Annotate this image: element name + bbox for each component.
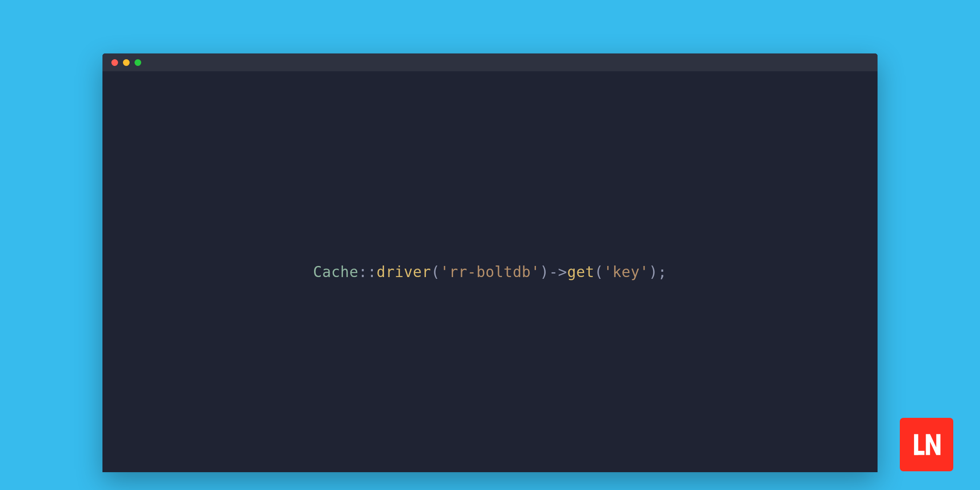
- code-token-quote: ': [440, 263, 449, 281]
- ln-logo-icon: [909, 427, 944, 462]
- minimize-icon[interactable]: [123, 59, 130, 66]
- code-token-paren: (: [431, 263, 440, 281]
- close-icon[interactable]: [111, 59, 118, 66]
- traffic-lights: [111, 59, 141, 66]
- code-token-paren: (: [594, 263, 603, 281]
- code-token-quote: ': [531, 263, 540, 281]
- code-token-string: rr-boltdb: [449, 263, 531, 281]
- laravel-news-logo: [900, 418, 953, 471]
- code-area: Cache::driver('rr-boltdb')->get('key');: [102, 71, 878, 472]
- code-window: Cache::driver('rr-boltdb')->get('key');: [102, 53, 878, 472]
- code-line: Cache::driver('rr-boltdb')->get('key');: [313, 263, 667, 281]
- code-token-arrow: ->: [549, 263, 567, 281]
- code-token-paren: ): [649, 263, 657, 281]
- window-titlebar: [102, 53, 878, 71]
- code-token-class: Cache: [313, 263, 359, 281]
- code-token-paren: ): [540, 263, 549, 281]
- code-token-method: driver: [376, 263, 431, 281]
- code-token-string: key: [612, 263, 640, 281]
- maximize-icon[interactable]: [135, 59, 141, 66]
- code-token-quote: ': [640, 263, 649, 281]
- code-token-semi: ;: [658, 263, 667, 281]
- code-token-method: get: [567, 263, 594, 281]
- code-token-quote: ': [604, 263, 612, 281]
- code-token-scope: ::: [359, 263, 377, 281]
- svg-rect-1: [914, 451, 924, 455]
